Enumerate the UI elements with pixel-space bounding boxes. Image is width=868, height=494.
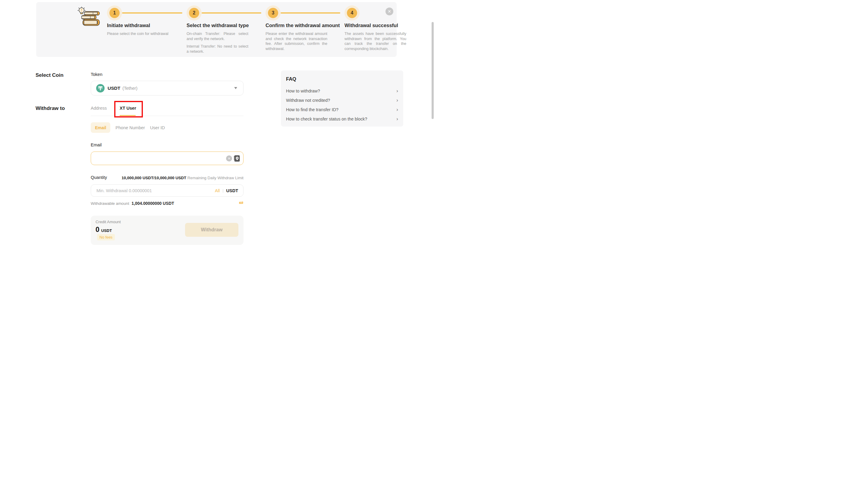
faq-item-withdraw-not-credited[interactable]: Withdraw not credited? › xyxy=(286,95,398,105)
limit-note: Remaining Daily Withdraw Limit xyxy=(187,176,243,180)
select-coin-heading: Select Coin xyxy=(36,72,63,78)
limit-amounts: 10,000,000 USDT/10,000,000 USDT xyxy=(122,176,186,180)
faq-item-find-transfer-id[interactable]: How to find the transfer ID? › xyxy=(286,105,398,114)
faq-title: FAQ xyxy=(286,76,296,82)
close-icon: ✕ xyxy=(388,9,391,14)
credit-amount-card: Credit Amount 0 USDT No fees Withdraw xyxy=(91,216,243,245)
step-confirm-amount: 3 Confirm the withdrawal amount Please e… xyxy=(265,5,327,51)
close-button[interactable]: ✕ xyxy=(386,7,393,15)
chevron-down-icon xyxy=(234,87,237,89)
step-number-badge: 4 xyxy=(345,5,359,20)
credit-amount-unit: USDT xyxy=(101,228,112,233)
books-lightbulb-icon xyxy=(76,6,101,27)
all-button[interactable]: All xyxy=(215,188,220,193)
address-book-button[interactable] xyxy=(234,155,240,162)
tabs-divider xyxy=(91,116,243,116)
step-number-badge: 1 xyxy=(107,5,122,20)
clear-input-button[interactable]: ✕ xyxy=(226,155,232,162)
token-select[interactable]: USDT (Tether) xyxy=(91,81,243,95)
step-description: Please enter the withdrawal amount and c… xyxy=(265,31,327,51)
email-label: Email xyxy=(91,142,101,147)
quantity-input[interactable] xyxy=(96,185,205,196)
step-title: Initiate withdrawal xyxy=(107,23,169,28)
withdrawable-amount-row: Withdrawable amount1,004.00000000 USDT xyxy=(91,201,174,206)
step-number-badge: 3 xyxy=(265,5,281,20)
qty-divider: | xyxy=(222,188,223,193)
step-title: Withdrawal successful xyxy=(345,23,406,28)
chevron-right-icon: › xyxy=(396,116,398,121)
withdrawable-amount-label: Withdrawable amount xyxy=(91,201,129,206)
step-withdrawal-successful: 4 Withdrawal successful The assets have … xyxy=(345,5,406,51)
clear-icon: ✕ xyxy=(227,157,230,160)
recipient-type-subtabs: Email Phone Number User ID xyxy=(91,122,165,133)
stepper-panel: 1 Initiate withdrawal Please select the … xyxy=(36,2,396,57)
step-title: Confirm the withdrawal amount xyxy=(265,23,327,28)
step-description: The assets have been successfully withdr… xyxy=(345,31,406,51)
email-input[interactable] xyxy=(96,152,222,165)
scrollbar-thumb[interactable] xyxy=(431,22,434,119)
credit-amount-label: Credit Amount xyxy=(95,220,121,224)
chevron-right-icon: › xyxy=(396,88,398,93)
faq-panel: FAQ How to withdraw? › Withdraw not cred… xyxy=(281,71,403,127)
subtab-user-id[interactable]: User ID xyxy=(150,125,165,130)
faq-item-check-transfer-status[interactable]: How to check transfer status on the bloc… xyxy=(286,114,398,124)
step-number-badge: 2 xyxy=(187,5,202,20)
token-name: (Tether) xyxy=(122,86,137,91)
token-symbol: USDT xyxy=(108,86,120,91)
withdraw-to-heading: Withdraw to xyxy=(36,106,65,111)
faq-list: How to withdraw? › Withdraw not credited… xyxy=(286,86,398,124)
step-description: Please select the coin for withdrawal xyxy=(107,31,169,36)
step-title: Select the withdrawal type xyxy=(187,23,248,28)
token-label: Token xyxy=(91,72,103,77)
scrollbar-track xyxy=(431,0,434,247)
convert-arrows-icon[interactable] xyxy=(238,200,244,205)
subtab-phone-number[interactable]: Phone Number xyxy=(115,125,145,130)
step-initiate-withdrawal: 1 Initiate withdrawal Please select the … xyxy=(107,5,169,36)
subtab-email[interactable]: Email xyxy=(91,122,110,133)
tab-address[interactable]: Address xyxy=(91,106,107,111)
qty-unit-label: USDT xyxy=(226,188,238,193)
quantity-field: All | USDT xyxy=(91,184,243,197)
chevron-right-icon: › xyxy=(396,107,398,112)
tether-icon xyxy=(96,84,105,93)
daily-withdraw-limit: 10,000,000 USDT/10,000,000 USDT Remainin… xyxy=(63,176,243,180)
step-select-withdrawal-type: 2 Select the withdrawal type On-chain Tr… xyxy=(187,5,248,57)
withdraw-page: 1 Initiate withdrawal Please select the … xyxy=(0,0,434,247)
annotation-red-box xyxy=(114,101,143,117)
step-description: On-chain Transfer: Please select and ver… xyxy=(187,31,248,54)
no-fees-badge: No fees xyxy=(97,234,115,240)
withdrawable-amount-value: 1,004.00000000 USDT xyxy=(132,201,174,206)
chevron-right-icon: › xyxy=(396,98,398,103)
withdraw-button[interactable]: Withdraw xyxy=(185,223,238,237)
credit-amount-value: 0 xyxy=(95,226,99,234)
email-field: ✕ xyxy=(91,152,243,165)
faq-item-how-to-withdraw[interactable]: How to withdraw? › xyxy=(286,86,398,95)
